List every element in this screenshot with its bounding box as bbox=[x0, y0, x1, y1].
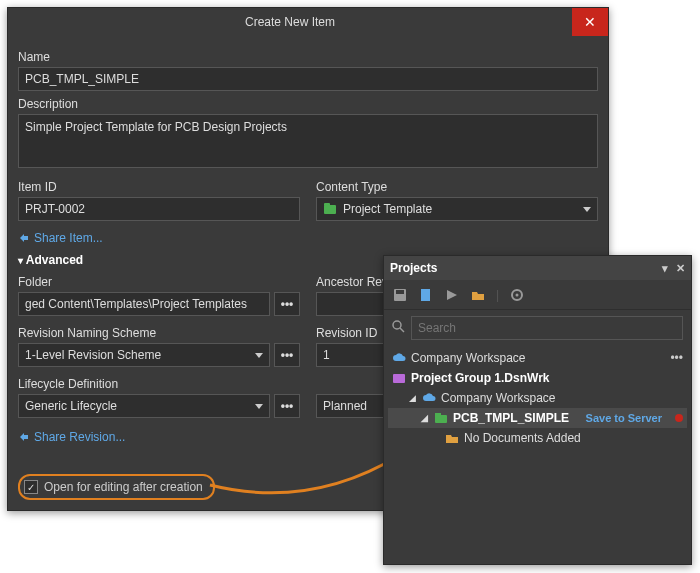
open-for-editing-label: Open for editing after creation bbox=[44, 480, 203, 494]
document-icon[interactable] bbox=[418, 287, 434, 303]
svg-rect-1 bbox=[324, 203, 330, 206]
open-for-editing-checkbox[interactable]: ✓ bbox=[24, 480, 38, 494]
panel-header: Projects ▾ ✕ bbox=[384, 256, 691, 280]
svg-marker-6 bbox=[447, 290, 457, 300]
description-input[interactable]: Simple Project Template for PCB Design P… bbox=[18, 114, 598, 168]
search-input[interactable] bbox=[411, 316, 683, 340]
svg-rect-13 bbox=[435, 413, 441, 416]
panel-title: Projects bbox=[390, 261, 437, 275]
svg-rect-12 bbox=[435, 415, 447, 423]
name-input[interactable]: PCB_TMPL_SIMPLE bbox=[18, 67, 598, 91]
project-group-icon bbox=[392, 372, 406, 384]
open-for-editing-row[interactable]: ✓ Open for editing after creation bbox=[18, 474, 215, 500]
item-id-input[interactable]: PRJT-0002 bbox=[18, 197, 300, 221]
item-id-label: Item ID bbox=[18, 180, 300, 194]
revision-scheme-label: Revision Naming Scheme bbox=[18, 326, 300, 340]
description-label: Description bbox=[18, 97, 598, 111]
share-item-link[interactable]: Share Item... bbox=[18, 231, 598, 245]
dialog-titlebar: Create New Item ✕ bbox=[8, 8, 608, 36]
svg-rect-5 bbox=[421, 289, 430, 301]
lifecycle-label: Lifecycle Definition bbox=[18, 377, 300, 391]
share-icon bbox=[18, 232, 30, 244]
projects-panel: Projects ▾ ✕ | Company Workspace ••• Pro… bbox=[383, 255, 692, 565]
content-type-select[interactable]: Project Template bbox=[316, 197, 598, 221]
chevron-down-icon bbox=[255, 353, 263, 358]
collapse-icon[interactable]: ◢ bbox=[419, 413, 429, 423]
project-tree: Company Workspace ••• Project Group 1.Ds… bbox=[384, 346, 691, 450]
lifecycle-value: Generic Lifecycle bbox=[25, 399, 117, 413]
save-to-server-link[interactable]: Save to Server bbox=[586, 412, 662, 424]
panel-close-button[interactable]: ✕ bbox=[676, 262, 685, 275]
folder-browse-button[interactable]: ••• bbox=[274, 292, 300, 316]
tree-workspace-top[interactable]: Company Workspace ••• bbox=[388, 348, 687, 368]
lifecycle-select[interactable]: Generic Lifecycle bbox=[18, 394, 270, 418]
dialog-title: Create New Item bbox=[8, 15, 572, 29]
collapse-icon[interactable]: ◢ bbox=[407, 393, 417, 403]
tree-item-pcb-tmpl[interactable]: ◢ PCB_TMPL_SIMPLE Save to Server bbox=[388, 408, 687, 428]
tree-workspace-inner[interactable]: ◢ Company Workspace bbox=[388, 388, 687, 408]
content-type-value: Project Template bbox=[343, 202, 432, 216]
svg-point-8 bbox=[516, 293, 519, 296]
tree-project-group[interactable]: Project Group 1.DsnWrk bbox=[388, 368, 687, 388]
chevron-down-icon bbox=[255, 404, 263, 409]
tree-no-documents: No Documents Added bbox=[388, 428, 687, 448]
lifecycle-state-value: Planned bbox=[323, 399, 367, 413]
share-icon bbox=[18, 431, 30, 443]
project-template-icon bbox=[434, 412, 448, 424]
close-icon: ✕ bbox=[584, 14, 596, 30]
svg-rect-4 bbox=[396, 290, 404, 294]
panel-toolbar: | bbox=[384, 280, 691, 310]
cloud-icon bbox=[392, 352, 406, 364]
compile-icon[interactable] bbox=[444, 287, 460, 303]
name-label: Name bbox=[18, 50, 598, 64]
svg-rect-11 bbox=[393, 374, 405, 383]
chevron-down-icon bbox=[583, 207, 591, 212]
close-button[interactable]: ✕ bbox=[572, 8, 608, 36]
save-icon[interactable] bbox=[392, 287, 408, 303]
svg-rect-0 bbox=[324, 205, 336, 214]
panel-search-row bbox=[384, 310, 691, 346]
cloud-icon bbox=[422, 392, 436, 404]
folder-icon bbox=[445, 432, 459, 444]
workspace-more-button[interactable]: ••• bbox=[670, 351, 683, 365]
folder-input[interactable]: ged Content\Templates\Project Templates bbox=[18, 292, 270, 316]
search-icon bbox=[392, 320, 405, 336]
revision-scheme-value: 1-Level Revision Scheme bbox=[25, 348, 161, 362]
unsaved-indicator-icon bbox=[675, 414, 683, 422]
revision-scheme-more-button[interactable]: ••• bbox=[274, 343, 300, 367]
project-template-icon bbox=[323, 202, 337, 216]
revision-scheme-select[interactable]: 1-Level Revision Scheme bbox=[18, 343, 270, 367]
content-type-label: Content Type bbox=[316, 180, 598, 194]
panel-dropdown-button[interactable]: ▾ bbox=[662, 262, 668, 275]
folder-open-icon[interactable] bbox=[470, 287, 486, 303]
svg-line-10 bbox=[400, 328, 404, 332]
folder-label: Folder bbox=[18, 275, 300, 289]
lifecycle-more-button[interactable]: ••• bbox=[274, 394, 300, 418]
svg-point-9 bbox=[393, 321, 401, 329]
gear-icon[interactable] bbox=[509, 287, 525, 303]
